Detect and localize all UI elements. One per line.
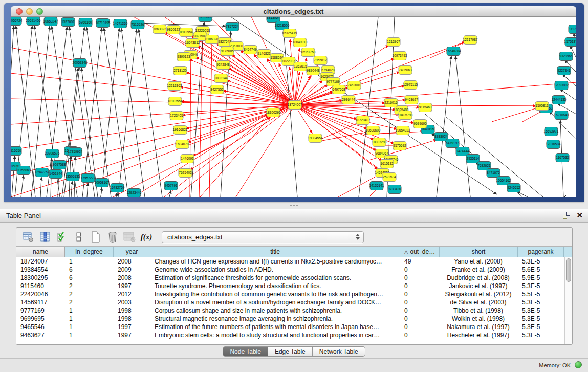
table-cell[interactable]: 2003 bbox=[114, 298, 150, 307]
table-cell[interactable]: 0 bbox=[400, 274, 440, 282]
table-cell[interactable]: Wolkin et al. (1998) bbox=[440, 315, 518, 323]
selected-node[interactable]: 7462601 bbox=[347, 81, 361, 90]
table-cell[interactable]: 5.3E-5 bbox=[518, 307, 564, 315]
column-header-in_degree[interactable]: in_degree bbox=[65, 247, 114, 257]
vertical-scrollbar[interactable] bbox=[564, 257, 572, 344]
table-cell[interactable]: 1997 bbox=[114, 331, 150, 339]
show-column-button[interactable] bbox=[38, 230, 52, 244]
node[interactable]: 12923446 bbox=[127, 189, 142, 198]
table-cell[interactable]: 0 bbox=[400, 266, 440, 274]
selected-node[interactable]: 9115460 bbox=[419, 103, 432, 112]
selected-node[interactable]: 8822037 bbox=[282, 57, 295, 66]
column-header-name[interactable]: name bbox=[16, 247, 65, 257]
node[interactable]: 13505135 bbox=[66, 172, 80, 181]
close-panel-icon[interactable]: ✕ bbox=[576, 212, 583, 219]
node[interactable]: 1527602 bbox=[61, 18, 75, 27]
table-cell[interactable]: 5.3E-5 bbox=[518, 323, 564, 331]
table-cell[interactable]: 9463627 bbox=[16, 331, 65, 339]
table-cell[interactable]: Nakamura et al. (1997) bbox=[440, 323, 518, 331]
node[interactable]: 14136141 bbox=[369, 182, 384, 190]
table-cell[interactable]: Franke et al. (2009) bbox=[440, 266, 518, 274]
edge[interactable] bbox=[64, 27, 84, 197]
table-cell[interactable]: Yano et al. (2008) bbox=[440, 257, 518, 266]
selected-edge[interactable] bbox=[199, 33, 203, 197]
selected-node[interactable]: 9827548 bbox=[218, 38, 231, 47]
table-selector-dropdown[interactable]: citations_edges.txt bbox=[162, 231, 364, 243]
selected-node[interactable]: 2522534 bbox=[383, 173, 396, 182]
table-cell[interactable]: Estimation of the future numbers of pati… bbox=[150, 323, 400, 331]
selected-node[interactable]: 1362615 bbox=[294, 62, 307, 71]
node[interactable]: 16648784 bbox=[446, 47, 461, 56]
table-cell[interactable]: 1 bbox=[65, 315, 114, 323]
node[interactable]: 20691406 bbox=[26, 17, 41, 26]
node[interactable]: 15692971 bbox=[544, 127, 559, 136]
selected-edge[interactable] bbox=[11, 99, 295, 105]
delete-column-trash-button[interactable] bbox=[106, 230, 119, 244]
node[interactable]: 12093882 bbox=[554, 81, 569, 90]
selected-edge[interactable] bbox=[209, 42, 212, 197]
edge[interactable] bbox=[139, 29, 162, 197]
selected-node[interactable]: 9777169 bbox=[326, 78, 340, 86]
node[interactable]: 10958167 bbox=[95, 179, 110, 187]
column-header-title[interactable]: title bbox=[150, 247, 400, 257]
selected-node[interactable]: 1615132 bbox=[380, 160, 394, 168]
table-row[interactable]: 946554611997Estimation of the future num… bbox=[16, 323, 564, 331]
selected-node[interactable]: 12213363 bbox=[167, 82, 182, 91]
selected-node[interactable]: 19384554 bbox=[308, 134, 323, 143]
selected-node[interactable]: 18720407 bbox=[356, 116, 371, 125]
selected-node[interactable]: 16543812 bbox=[185, 39, 200, 48]
selected-node[interactable]: 18807293 bbox=[372, 138, 387, 147]
node[interactable]: 12444135 bbox=[552, 96, 567, 104]
table-cell[interactable]: 1998 bbox=[114, 315, 150, 323]
table-cell[interactable]: 2 bbox=[65, 290, 114, 298]
selected-node[interactable]: 9463627 bbox=[405, 96, 418, 104]
table-cell[interactable]: 5.3E-5 bbox=[518, 315, 564, 323]
selected-node[interactable]: 2718120 bbox=[173, 67, 187, 75]
table-cell[interactable]: 2012 bbox=[114, 290, 150, 298]
selected-node[interactable]: 8912954 bbox=[180, 28, 193, 37]
edge[interactable] bbox=[169, 190, 171, 197]
table-cell[interactable]: 9115460 bbox=[16, 282, 65, 290]
table-cell[interactable]: Changes of HCN gene expression and I(f) … bbox=[150, 257, 400, 266]
table-cell[interactable]: 18724007 bbox=[16, 257, 65, 266]
edge[interactable] bbox=[101, 187, 102, 197]
table-cell[interactable]: 5.5E-5 bbox=[518, 290, 564, 298]
selected-edge[interactable] bbox=[236, 105, 295, 197]
table-cell[interactable]: 5.3E-5 bbox=[518, 331, 564, 339]
selected-edge[interactable] bbox=[295, 105, 400, 115]
table-cell[interactable]: Embryonic stem cells: a model to study s… bbox=[150, 331, 400, 339]
node[interactable]: 8471676 bbox=[487, 169, 500, 178]
edge[interactable] bbox=[359, 17, 378, 197]
table-cell[interactable]: 0 bbox=[400, 323, 440, 331]
table-cell[interactable]: 14569117 bbox=[16, 298, 65, 307]
node[interactable]: 9245652 bbox=[507, 184, 520, 192]
table-cell[interactable]: 2 bbox=[65, 298, 114, 307]
column-header-pagerank[interactable]: pagerank bbox=[518, 247, 564, 257]
selected-node[interactable]: 12217987 bbox=[463, 36, 478, 45]
table-cell[interactable]: 0 bbox=[400, 298, 440, 307]
network-window-titlebar[interactable]: citations_edges.txt bbox=[11, 6, 576, 17]
edge[interactable] bbox=[446, 117, 543, 197]
table-cell[interactable]: 0 bbox=[400, 282, 440, 290]
table-cell[interactable]: Dudbridge et al. (2008) bbox=[440, 274, 518, 282]
node[interactable]: 20206576 bbox=[45, 149, 60, 158]
table-cell[interactable]: Genome-wide association studies in ADHD. bbox=[150, 266, 400, 274]
node[interactable]: 16782759 bbox=[110, 184, 125, 192]
table-cell[interactable]: 2008 bbox=[114, 274, 150, 282]
table-cell[interactable]: 1 bbox=[65, 323, 114, 331]
node[interactable]: 1451944 bbox=[49, 170, 62, 179]
selected-node[interactable]: 9890123 bbox=[177, 53, 190, 61]
table-cell[interactable]: 49 bbox=[400, 257, 440, 266]
node[interactable]: 1167533 bbox=[556, 154, 569, 162]
table-cell[interactable]: 1997 bbox=[114, 282, 150, 290]
selected-edge[interactable] bbox=[175, 105, 295, 197]
node[interactable]: 12942757 bbox=[35, 168, 50, 177]
edge[interactable] bbox=[569, 189, 576, 197]
table-cell[interactable]: 1 bbox=[65, 257, 114, 266]
node[interactable]: 9227341 bbox=[557, 67, 571, 75]
table-cell[interactable]: 2 bbox=[65, 282, 114, 290]
selected-node[interactable]: 1446093 bbox=[181, 155, 194, 163]
table-cell[interactable]: de Silva et al. (2003) bbox=[440, 298, 518, 307]
node[interactable]: 6966160 bbox=[79, 18, 92, 27]
table-cell[interactable]: Estimation of significance thresholds fo… bbox=[150, 274, 400, 282]
